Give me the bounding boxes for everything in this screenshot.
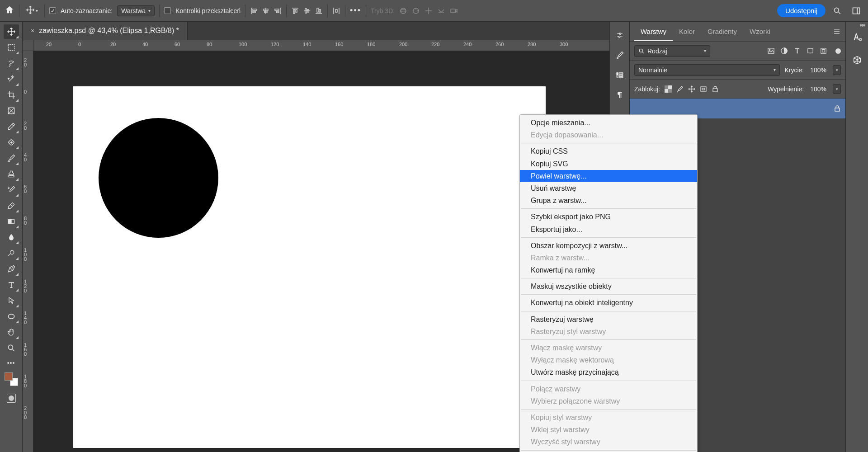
history-brush-tool[interactable] xyxy=(4,183,19,197)
context-menu-item[interactable]: Powiel warstwę... xyxy=(520,170,697,182)
hand-tool[interactable] xyxy=(4,325,19,339)
adjustments-panel-icon[interactable] xyxy=(615,31,624,40)
svg-point-11 xyxy=(10,250,14,254)
path-select-tool[interactable] xyxy=(4,293,19,308)
context-menu-item[interactable]: Usuń warstwę xyxy=(520,182,697,194)
home-icon[interactable] xyxy=(5,5,14,17)
align-hcenter-icon[interactable] xyxy=(262,7,270,15)
context-menu-item[interactable]: Kopiuj SVG xyxy=(520,158,697,170)
dodge-tool[interactable] xyxy=(4,246,19,260)
tab-gradients[interactable]: Gradienty xyxy=(701,23,743,40)
eyedropper-tool[interactable] xyxy=(4,119,19,134)
collapse-right-icon[interactable]: ▸▸ xyxy=(860,22,865,28)
move-tool[interactable] xyxy=(4,24,19,39)
marquee-tool[interactable] xyxy=(4,40,19,55)
filter-type-icon[interactable] xyxy=(793,47,801,55)
zoom-tool[interactable] xyxy=(4,341,19,355)
pen-tool[interactable] xyxy=(4,262,19,276)
clone-stamp-tool[interactable] xyxy=(4,167,19,181)
gradient-tool[interactable] xyxy=(4,214,19,229)
3d-pan-icon[interactable] xyxy=(425,7,433,15)
filter-type-dropdown[interactable]: Rodzaj ▾ xyxy=(634,45,710,57)
3d-slide-icon[interactable] xyxy=(437,7,445,15)
3d-camera-icon[interactable] xyxy=(450,7,458,15)
brushes-panel-icon[interactable] xyxy=(615,51,624,60)
quick-mask-toggle[interactable] xyxy=(7,394,16,403)
align-vcenter-icon[interactable] xyxy=(303,7,311,15)
ellipse-layer-shape[interactable] xyxy=(99,118,218,238)
share-button[interactable]: Udostępnij xyxy=(777,4,826,17)
filter-toggle-icon[interactable] xyxy=(835,48,841,54)
eraser-tool[interactable] xyxy=(4,198,19,213)
svg-point-15 xyxy=(618,36,620,38)
context-menu-item[interactable]: Szybki eksport jako PNG xyxy=(520,211,697,223)
filter-smart-icon[interactable] xyxy=(820,47,827,55)
brush-tool[interactable] xyxy=(4,151,19,165)
document-tab[interactable]: × zawieszka.psd @ 43,4% (Elipsa 1,RGB/8)… xyxy=(23,22,188,40)
3d-rotate-icon[interactable] xyxy=(412,7,420,15)
blur-tool[interactable] xyxy=(4,230,19,245)
close-tab-icon[interactable]: × xyxy=(31,27,34,34)
align-left-icon[interactable] xyxy=(250,7,258,15)
lasso-tool[interactable] xyxy=(4,56,19,71)
3d-panel-icon[interactable] xyxy=(852,55,862,65)
color-swatches[interactable] xyxy=(5,372,18,386)
svg-rect-29 xyxy=(701,87,706,91)
context-menu-item[interactable]: Eksportuj jako... xyxy=(520,223,697,235)
opacity-value[interactable]: 100% xyxy=(808,66,828,74)
filter-shape-icon[interactable] xyxy=(807,47,814,55)
tab-color[interactable]: Kolor xyxy=(673,23,701,40)
context-menu-item[interactable]: Konwertuj na ramkę xyxy=(520,264,697,276)
opacity-stepper[interactable]: ▾ xyxy=(833,65,841,75)
context-menu-item[interactable]: Rasteryzuj warstwę xyxy=(520,313,697,325)
transform-controls-checkbox[interactable] xyxy=(164,7,171,14)
type-tool[interactable] xyxy=(4,278,19,292)
paragraph-panel-icon[interactable] xyxy=(615,90,624,99)
crop-tool[interactable] xyxy=(4,88,19,102)
context-menu-item[interactable]: Kopiuj CSS xyxy=(520,145,697,157)
foreground-color-swatch[interactable] xyxy=(5,372,13,381)
context-menu-item[interactable]: Grupa z warstw... xyxy=(520,194,697,207)
more-options-icon[interactable]: ••• xyxy=(350,6,361,15)
character-panel-icon[interactable] xyxy=(852,32,862,42)
align-top-icon[interactable] xyxy=(291,7,299,15)
context-menu-item[interactable]: Opcje mieszania... xyxy=(520,117,697,129)
blend-mode-dropdown[interactable]: Normalnie▾ xyxy=(634,64,780,76)
context-menu-item[interactable]: Utwórz maskę przycinającą xyxy=(520,366,697,378)
lock-all-icon[interactable] xyxy=(712,85,719,93)
ruler-horizontal[interactable]: 2002040608010012014016018020022024026028… xyxy=(23,40,609,51)
fill-stepper[interactable]: ▾ xyxy=(833,84,841,94)
filter-pixel-icon[interactable] xyxy=(767,47,775,55)
auto-select-target-dropdown[interactable]: Warstwa▾ xyxy=(117,5,155,16)
workspace-layout-icon[interactable] xyxy=(852,6,861,15)
align-right-icon[interactable] xyxy=(274,7,282,15)
healing-tool[interactable] xyxy=(4,135,19,150)
align-bottom-icon[interactable] xyxy=(315,7,323,15)
tab-layers[interactable]: Warstwy xyxy=(634,23,673,41)
tab-patterns[interactable]: Wzorki xyxy=(743,23,777,40)
lock-icon[interactable] xyxy=(834,105,841,112)
ruler-vertical[interactable]: 20020406080100120140160180200 xyxy=(23,51,33,452)
context-menu-item[interactable]: Maskuj wszystkie obiekty xyxy=(520,280,697,292)
context-menu-item[interactable]: Obszar kompozycji z warstw... xyxy=(520,240,697,252)
magic-wand-tool[interactable] xyxy=(4,72,19,86)
divider xyxy=(366,5,366,17)
menu-separator xyxy=(521,381,696,381)
lock-position-icon[interactable] xyxy=(688,85,695,93)
fill-value[interactable]: 100% xyxy=(808,85,828,93)
ellipse-shape-tool[interactable] xyxy=(4,309,19,324)
distribute-icon[interactable] xyxy=(332,7,340,15)
3d-orbit-icon[interactable] xyxy=(399,7,407,15)
lock-artboard-icon[interactable] xyxy=(700,85,707,93)
move-tool-indicator[interactable]: ▾ xyxy=(24,4,40,18)
context-menu-item[interactable]: Konwertuj na obiekt inteligentny xyxy=(520,297,697,309)
auto-select-checkbox[interactable] xyxy=(49,7,56,14)
lock-paint-icon[interactable] xyxy=(676,85,684,93)
panel-menu-icon[interactable] xyxy=(833,28,841,36)
lock-transparency-icon[interactable] xyxy=(665,85,672,93)
properties-panel-icon[interactable] xyxy=(615,71,624,80)
filter-adjust-icon[interactable] xyxy=(780,47,788,55)
frame-tool[interactable] xyxy=(4,104,19,118)
search-icon[interactable] xyxy=(833,6,842,15)
edit-toolbar-icon[interactable]: ••• xyxy=(7,359,15,367)
